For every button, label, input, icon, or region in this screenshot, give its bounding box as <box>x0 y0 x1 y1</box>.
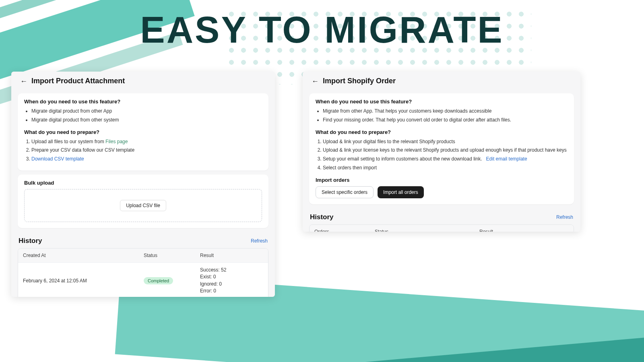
col-status: Status <box>139 249 195 262</box>
table-row: February 6, 2024 at 12:05 AM Completed S… <box>18 262 268 297</box>
col-orders: Orders <box>310 225 370 232</box>
select-orders-button[interactable]: Select specific orders <box>316 186 374 198</box>
upload-csv-button[interactable]: Upload CSV file <box>120 200 166 211</box>
bulk-upload-card: Bulk upload Upload CSV file <box>18 175 268 228</box>
prepare-item: Setup your email setting to inform custo… <box>323 156 568 162</box>
prepare-item: Download CSV template <box>31 156 262 162</box>
when-heading: When do you need to use this feature? <box>24 99 262 105</box>
prepare-heading: What do you need to prepare? <box>24 129 262 135</box>
import-orders-heading: Import orders <box>316 177 568 183</box>
edit-email-link[interactable]: Edit email template <box>486 156 527 162</box>
files-page-link[interactable]: Files page <box>105 139 128 144</box>
import-order-panel: ← Import Shopify Order When do you need … <box>303 72 580 232</box>
prepare-item: Prepare your CSV data follow our CSV tem… <box>31 147 262 154</box>
page-title: Import Product Attachment <box>31 77 125 85</box>
when-item: Migrate digital product from other App <box>31 108 262 115</box>
history-heading: History <box>310 213 334 221</box>
refresh-button[interactable]: Refresh <box>251 238 268 244</box>
prepare-item: Select orders then import <box>323 165 568 171</box>
prepare-item: Upload all files to our system from File… <box>31 138 262 145</box>
hero-title: EASY TO MIGRATE <box>0 9 644 51</box>
prepare-heading: What do you need to prepare? <box>316 129 568 135</box>
import-all-button[interactable]: Import all orders <box>378 186 424 198</box>
col-status: Status <box>370 225 475 232</box>
info-card: When do you need to use this feature? Mi… <box>18 93 268 171</box>
when-heading: When do you need to use this feature? <box>316 99 568 105</box>
import-attachment-panel: ← Import Product Attachment When do you … <box>11 72 275 297</box>
refresh-button[interactable]: Refresh <box>556 214 573 220</box>
bulk-heading: Bulk upload <box>24 180 262 186</box>
when-item: Migrate from other App. That helps your … <box>323 108 568 115</box>
when-item: Find your missing order. That help you c… <box>323 117 568 123</box>
when-item: Migrate digital product from other syste… <box>31 117 262 123</box>
status-badge: Completed <box>144 277 173 284</box>
back-icon[interactable]: ← <box>20 78 27 85</box>
back-icon[interactable]: ← <box>312 78 319 85</box>
info-card: When do you need to use this feature? Mi… <box>309 93 574 204</box>
prepare-item: Upload & link your license keys to the r… <box>323 147 568 154</box>
col-result: Result <box>195 249 268 262</box>
download-csv-link[interactable]: Download CSV template <box>31 156 84 162</box>
page-title: Import Shopify Order <box>323 77 396 85</box>
history-table: Orders Status Result <box>309 224 574 232</box>
col-result: Result <box>475 225 574 232</box>
prepare-item: Upload & link your digital files to the … <box>323 138 568 145</box>
upload-dropzone[interactable]: Upload CSV file <box>24 189 262 222</box>
col-created: Created At <box>18 249 139 262</box>
history-table: Created At Status Result February 6, 202… <box>18 248 268 297</box>
history-heading: History <box>19 237 42 245</box>
